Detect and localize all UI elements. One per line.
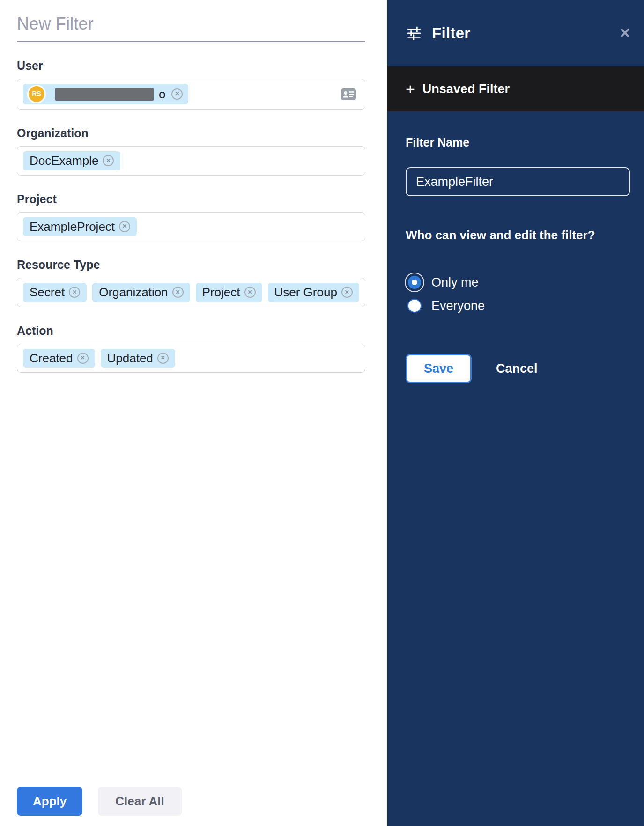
resource-type-input[interactable]: Secret✕Organization✕Project✕User Group✕ (17, 278, 365, 307)
filter-chip: Organization✕ (92, 283, 190, 302)
user-field-label: User (17, 59, 365, 73)
filter-chip: Project✕ (196, 283, 262, 302)
chip-remove-icon[interactable]: ✕ (77, 353, 89, 364)
chip-label: DocExample (30, 154, 98, 168)
chip-remove-icon[interactable]: ✕ (171, 88, 183, 100)
plus-icon: + (406, 81, 415, 97)
radio-only-me[interactable]: Only me (406, 273, 630, 291)
chip-label: Secret (30, 286, 65, 299)
filter-editor-panel: New Filter User RS o ✕ (0, 0, 387, 826)
filter-chip: Secret✕ (23, 283, 87, 302)
unsaved-filter-label: Unsaved Filter (422, 82, 510, 96)
action-input[interactable]: Created✕Updated✕ (17, 344, 365, 373)
chip-label: User Group (274, 286, 337, 299)
chip-remove-icon[interactable]: ✕ (172, 287, 184, 298)
chip-remove-icon[interactable]: ✕ (157, 353, 169, 364)
sidebar-header: Filter ✕ (387, 0, 644, 66)
user-name-visible-suffix: o (159, 88, 165, 101)
apply-button[interactable]: Apply (17, 787, 82, 816)
redacted-user-name (55, 88, 154, 101)
radio-only-me-label: Only me (431, 275, 479, 290)
radio-circle[interactable] (406, 297, 423, 315)
close-icon[interactable]: ✕ (619, 26, 631, 40)
field-action: Action Created✕Updated✕ (17, 324, 365, 373)
action-field-label: Action (17, 324, 365, 338)
contact-card-icon[interactable] (341, 88, 356, 101)
filter-chip: Updated✕ (101, 349, 175, 368)
chip-remove-icon[interactable]: ✕ (119, 221, 130, 232)
project-input[interactable]: ExampleProject✕ (17, 212, 365, 242)
sidebar-content: Filter Name Who can view and edit the fi… (387, 111, 644, 383)
sliders-icon (406, 25, 422, 42)
radio-everyone-label: Everyone (431, 299, 485, 313)
clear-all-button[interactable]: Clear All (98, 787, 182, 816)
user-input[interactable]: RS o ✕ (17, 79, 365, 110)
chip-label: Updated (107, 352, 153, 365)
unsaved-filter-tab[interactable]: + Unsaved Filter (387, 66, 644, 111)
filter-chip: DocExample✕ (23, 151, 120, 170)
field-project: Project ExampleProject✕ (17, 192, 365, 242)
filter-sidebar: Filter ✕ + Unsaved Filter Filter Name Wh… (387, 0, 644, 826)
chip-label: Organization (99, 286, 168, 299)
left-actions-row: Apply Clear All (17, 787, 365, 816)
radio-everyone[interactable]: Everyone (406, 297, 630, 315)
filter-chip: ExampleProject✕ (23, 217, 137, 236)
visibility-question: Who can view and edit the filter? (406, 228, 630, 243)
field-resource-type: Resource Type Secret✕Organization✕Projec… (17, 258, 365, 307)
chip-remove-icon[interactable]: ✕ (244, 287, 256, 298)
chip-remove-icon[interactable]: ✕ (103, 155, 114, 166)
title-divider (17, 41, 365, 42)
chip-remove-icon[interactable]: ✕ (341, 287, 353, 298)
spacer (17, 373, 365, 787)
project-field-label: Project (17, 192, 365, 206)
filter-chip: User Group✕ (268, 283, 359, 302)
save-button[interactable]: Save (406, 354, 472, 383)
sidebar-title: Filter (432, 24, 470, 42)
field-user: User RS o ✕ (17, 59, 365, 110)
visibility-radio-group: Only me Everyone (406, 273, 630, 315)
filter-chip: Created✕ (23, 349, 95, 368)
chip-label: Project (202, 286, 240, 299)
field-organization: Organization DocExample✕ (17, 126, 365, 176)
cancel-button[interactable]: Cancel (496, 361, 538, 376)
chip-label: Created (30, 352, 73, 365)
chip-label: ExampleProject (30, 220, 115, 234)
filter-name-label: Filter Name (406, 136, 630, 149)
filter-title-input[interactable]: New Filter (17, 14, 365, 34)
user-avatar: RS (29, 86, 44, 102)
organization-field-label: Organization (17, 126, 365, 140)
sidebar-actions-row: Save Cancel (406, 354, 630, 383)
chip-remove-icon[interactable]: ✕ (69, 287, 80, 298)
filter-name-input[interactable] (406, 167, 630, 196)
resource-type-field-label: Resource Type (17, 258, 365, 272)
radio-circle[interactable] (406, 273, 423, 291)
user-chip: RS o ✕ (23, 84, 188, 104)
organization-input[interactable]: DocExample✕ (17, 146, 365, 176)
